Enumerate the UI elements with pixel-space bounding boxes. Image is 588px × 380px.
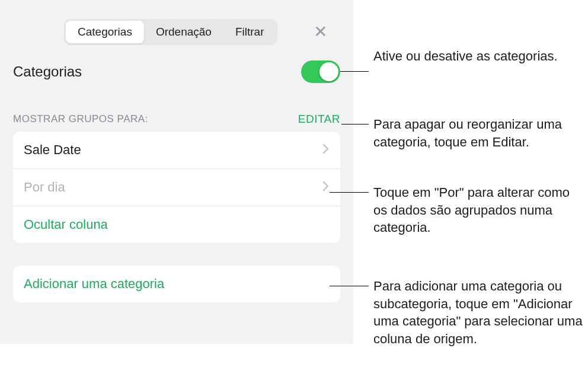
row-label: Ocultar coluna — [24, 217, 108, 232]
callout-line — [340, 71, 369, 72]
settings-panel: Categorias Ordenação Filtrar ✕ Categoria… — [0, 0, 353, 344]
annotation-add: Para adicionar uma categoria ou subcateg… — [373, 277, 587, 348]
row-sale-date[interactable]: Sale Date — [13, 132, 340, 169]
category-list: Sale Date Por dia Ocultar coluna — [13, 132, 340, 243]
section-label: MOSTRAR GRUPOS PARA: — [13, 113, 148, 125]
row-label: Adicionar uma categoria — [24, 276, 164, 292]
toggle-knob — [319, 62, 338, 81]
section-header: MOSTRAR GRUPOS PARA: EDITAR — [0, 83, 353, 132]
annotation-edit: Para apagar ou reorganizar uma categoria… — [373, 116, 587, 151]
close-icon[interactable]: ✕ — [309, 21, 332, 43]
callout-line — [330, 286, 369, 286]
edit-button[interactable]: EDITAR — [298, 113, 340, 126]
header-row: Categorias — [0, 45, 353, 83]
tab-sort[interactable]: Ordenação — [144, 21, 223, 43]
row-add-category[interactable]: Adicionar uma categoria — [13, 266, 340, 302]
page-title: Categorias — [13, 63, 82, 80]
tab-filter[interactable]: Filtrar — [223, 21, 276, 43]
row-label: Sale Date — [24, 142, 81, 158]
callout-line — [341, 124, 369, 124]
chevron-right-icon — [322, 181, 330, 194]
annotation-by: Toque em "Por" para alterar como os dado… — [373, 184, 587, 237]
row-label: Por dia — [24, 180, 65, 195]
annotation-toggle: Ative ou desative as categorias. — [373, 47, 558, 65]
tab-categories[interactable]: Categorias — [66, 21, 144, 43]
chevron-right-icon — [322, 143, 330, 157]
add-category-group: Adicionar uma categoria — [13, 266, 340, 302]
segmented-control: Categorias Ordenação Filtrar — [64, 19, 277, 45]
row-by-day[interactable]: Por dia — [13, 169, 340, 206]
categories-toggle[interactable] — [301, 60, 340, 83]
callout-line — [330, 192, 369, 193]
row-hide-column[interactable]: Ocultar coluna — [13, 206, 340, 243]
tabs-row: Categorias Ordenação Filtrar ✕ — [0, 0, 353, 45]
